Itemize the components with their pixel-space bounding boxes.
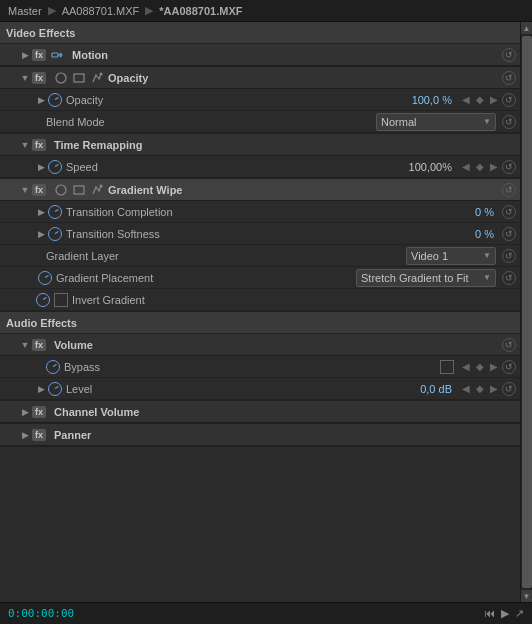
motion-group: fx Motion ↺ xyxy=(0,44,520,67)
gw-chevron[interactable] xyxy=(20,185,30,195)
opacity-header[interactable]: fx Opacity ↺ xyxy=(0,67,520,89)
ts-reset[interactable]: ↺ xyxy=(502,227,516,241)
motion-chevron[interactable] xyxy=(20,50,30,60)
panner-group: fx Panner xyxy=(0,424,520,447)
blend-mode-row: Blend Mode Normal ↺ xyxy=(0,111,520,133)
blend-mode-dropdown[interactable]: Normal xyxy=(376,113,496,131)
gradient-wipe-group: fx Gradient Wipe ↺ Transition Completion… xyxy=(0,179,520,312)
level-add[interactable]: ◆ xyxy=(474,383,486,395)
invert-gradient-checkbox[interactable] xyxy=(54,293,68,307)
speed-prev-key[interactable]: ◀ xyxy=(460,161,472,173)
opacity-shape-icons xyxy=(54,71,104,85)
opacity-prop-reset[interactable]: ↺ xyxy=(502,93,516,107)
bottom-controls: ⏮ ▶ ↗ xyxy=(484,607,524,620)
scroll-up-btn[interactable]: ▲ xyxy=(521,22,533,34)
speed-add-key[interactable]: ◆ xyxy=(474,161,486,173)
level-prev[interactable]: ◀ xyxy=(460,383,472,395)
channel-volume-header[interactable]: fx Channel Volume xyxy=(0,401,520,423)
effects-panel: Video Effects fx Motion ↺ fx xyxy=(0,22,520,602)
level-reset[interactable]: ↺ xyxy=(502,382,516,396)
level-next[interactable]: ▶ xyxy=(488,383,500,395)
scroll-down-btn[interactable]: ▼ xyxy=(521,590,533,602)
level-value[interactable]: 0,0 dB xyxy=(402,383,452,395)
speed-label: Speed xyxy=(66,161,402,173)
bypass-prev[interactable]: ◀ xyxy=(460,361,472,373)
opacity-property-row: Opacity 100,0 % ◀ ◆ ▶ ↺ xyxy=(0,89,520,111)
bypass-checkbox[interactable] xyxy=(440,360,454,374)
opacity-chevron[interactable] xyxy=(20,73,30,83)
tab2-label[interactable]: *AA088701.MXF xyxy=(159,5,242,17)
bypass-next[interactable]: ▶ xyxy=(488,361,500,373)
speed-next-key[interactable]: ▶ xyxy=(488,161,500,173)
motion-reset[interactable]: ↺ xyxy=(502,48,516,62)
ts-stopwatch[interactable] xyxy=(48,227,62,241)
tc-reset[interactable]: ↺ xyxy=(502,205,516,219)
opacity-next-key[interactable]: ▶ xyxy=(488,94,500,106)
cv-chevron[interactable] xyxy=(20,407,30,417)
gl-value: Video 1 xyxy=(411,250,448,262)
volume-header[interactable]: fx Volume ↺ xyxy=(0,334,520,356)
opacity-stopwatch[interactable] xyxy=(48,93,62,107)
bypass-reset[interactable]: ↺ xyxy=(502,360,516,374)
export-icon[interactable]: ↗ xyxy=(515,607,524,620)
tc-stopwatch[interactable] xyxy=(48,205,62,219)
tab1-label[interactable]: AA088701.MXF xyxy=(62,5,140,17)
gp-reset[interactable]: ↺ xyxy=(502,271,516,285)
timecode: 0:00:00:00 xyxy=(8,607,74,620)
speed-chevron[interactable] xyxy=(36,162,46,172)
gw-ellipse-icon[interactable] xyxy=(54,183,68,197)
tc-value[interactable]: 0 % xyxy=(444,206,494,218)
gp-stopwatch[interactable] xyxy=(38,271,52,285)
blend-mode-value: Normal xyxy=(381,116,416,128)
gw-pen-icon[interactable] xyxy=(90,183,104,197)
gw-rect-icon[interactable] xyxy=(72,183,86,197)
speed-stopwatch[interactable] xyxy=(48,160,62,174)
opacity-reset[interactable]: ↺ xyxy=(502,71,516,85)
scroll-thumb[interactable] xyxy=(522,36,532,588)
panner-header[interactable]: fx Panner xyxy=(0,424,520,446)
speed-value[interactable]: 100,00% xyxy=(402,161,452,173)
ig-label: Invert Gradient xyxy=(72,294,516,306)
gp-dropdown[interactable]: Stretch Gradient to Fit xyxy=(356,269,496,287)
ts-value[interactable]: 0 % xyxy=(444,228,494,240)
play-to-start-icon[interactable]: ⏮ xyxy=(484,607,495,620)
ellipse-icon[interactable] xyxy=(54,71,68,85)
rect-icon[interactable] xyxy=(72,71,86,85)
tc-chevron[interactable] xyxy=(36,207,46,217)
volume-fx-badge: fx xyxy=(32,339,46,351)
gw-reset[interactable]: ↺ xyxy=(502,183,516,197)
opacity-prop-value[interactable]: 100,0 % xyxy=(402,94,452,106)
gw-shape-icons xyxy=(54,183,104,197)
time-remapping-chevron[interactable] xyxy=(20,140,30,150)
opacity-add-key[interactable]: ◆ xyxy=(474,94,486,106)
bypass-stopwatch[interactable] xyxy=(46,360,60,374)
pen-icon[interactable] xyxy=(90,71,104,85)
speed-reset[interactable]: ↺ xyxy=(502,160,516,174)
volume-chevron[interactable] xyxy=(20,340,30,350)
blend-mode-reset[interactable]: ↺ xyxy=(502,115,516,129)
channel-volume-group: fx Channel Volume xyxy=(0,401,520,424)
gradient-wipe-header[interactable]: fx Gradient Wipe ↺ xyxy=(0,179,520,201)
ig-stopwatch[interactable] xyxy=(36,293,50,307)
gl-reset[interactable]: ↺ xyxy=(502,249,516,263)
panner-name: Panner xyxy=(54,429,91,441)
ts-chevron[interactable] xyxy=(36,229,46,239)
volume-reset[interactable]: ↺ xyxy=(502,338,516,352)
scrollbar-track[interactable]: ▲ ▼ xyxy=(520,22,532,602)
title-separator: ▶ xyxy=(48,4,56,17)
opacity-group: fx Opacity ↺ Opacity 100,0 % ◀ xyxy=(0,67,520,134)
panner-chevron[interactable] xyxy=(20,430,30,440)
master-label: Master xyxy=(8,5,42,17)
gradient-layer-dropdown[interactable]: Video 1 xyxy=(406,247,496,265)
opacity-prev-key[interactable]: ◀ xyxy=(460,94,472,106)
time-remapping-header[interactable]: fx Time Remapping xyxy=(0,134,520,156)
motion-header[interactable]: fx Motion ↺ xyxy=(0,44,520,66)
opacity-prop-chevron[interactable] xyxy=(36,95,46,105)
level-stopwatch[interactable] xyxy=(48,382,62,396)
svg-rect-0 xyxy=(52,53,58,57)
level-chevron[interactable] xyxy=(36,384,46,394)
tc-label: Transition Completion xyxy=(66,206,444,218)
bypass-label: Bypass xyxy=(64,361,440,373)
bypass-add[interactable]: ◆ xyxy=(474,361,486,373)
play-icon[interactable]: ▶ xyxy=(501,607,509,620)
